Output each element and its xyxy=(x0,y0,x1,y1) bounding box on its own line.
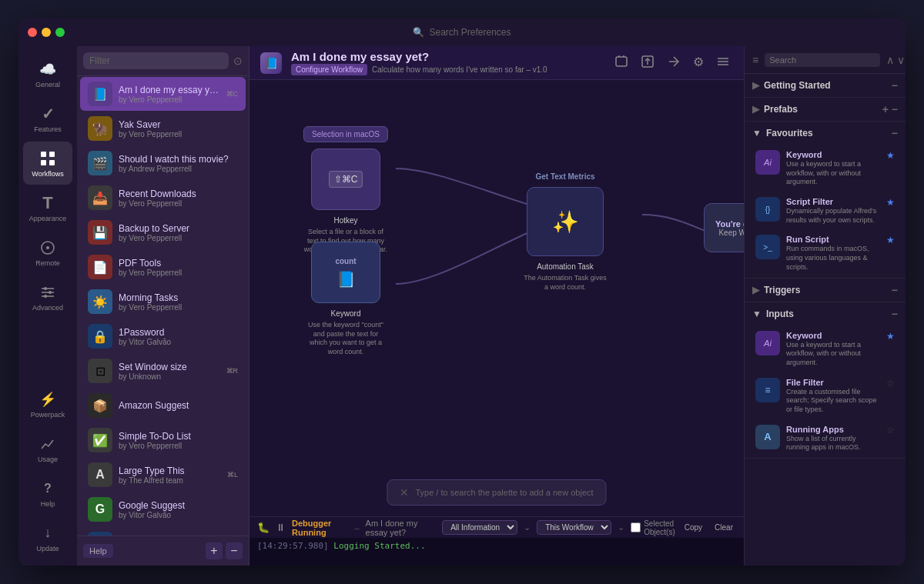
debug-filter-select[interactable]: All Information xyxy=(442,520,517,535)
maximize-button[interactable] xyxy=(55,28,65,37)
menu-icon[interactable] xyxy=(713,52,733,75)
collapse-prefabs-icon[interactable]: − xyxy=(892,103,898,115)
file-filter-info: File Filter Create a customised file sea… xyxy=(786,378,880,415)
file-filter-star[interactable]: ☆ xyxy=(886,378,895,389)
search-palette[interactable]: ✕ Type / to search the palette to add a … xyxy=(387,479,606,506)
panel-item-running-apps[interactable]: A Running Apps Show a list of currently … xyxy=(748,420,902,457)
export-icon[interactable] xyxy=(638,52,658,75)
panel-item-file-filter[interactable]: ≡ File Filter Create a customised file s… xyxy=(748,373,902,419)
expand-down-icon[interactable]: ∨ xyxy=(897,54,905,66)
workflow-item[interactable]: 🔒 1Password by Vitor Galvão xyxy=(80,319,246,353)
help-icon: ? xyxy=(38,479,57,498)
palette-close-icon[interactable]: ✕ xyxy=(400,486,409,499)
minimize-button[interactable] xyxy=(42,28,51,37)
sidebar-item-features[interactable]: ✓ Features xyxy=(23,97,72,140)
debug-copy-button[interactable]: Copy xyxy=(681,522,705,532)
workflow-item[interactable]: G Google Suggest by Vitor Galvão xyxy=(80,492,246,526)
running-apps-item-name: Running Apps xyxy=(786,425,880,434)
workflow-item-icon: 🎬 xyxy=(88,151,112,175)
workflow-item-author: by Vitor Galvão xyxy=(119,338,238,346)
workflow-item[interactable]: 💾 Backup to Server by Vero Pepperrell xyxy=(80,215,246,249)
keyword2-star[interactable]: ★ xyxy=(886,331,895,342)
debug-clear-button[interactable]: Clear xyxy=(711,522,736,532)
workflow-item-icon: G xyxy=(88,497,112,522)
sidebar-item-advanced[interactable]: Advanced xyxy=(23,275,72,319)
debug-actions: All Information ⌄ This Workflow ⌄ Select… xyxy=(442,519,736,536)
workflow-item[interactable]: 📄 PDF Tools by Vero Pepperrell xyxy=(80,250,246,284)
workflow-item[interactable]: ⊡ Set Window size by Unknown ⌘R xyxy=(80,354,246,388)
workflow-item[interactable]: A Large Type This by The Alfred team ⌘L xyxy=(80,458,246,492)
panel-item-script-filter[interactable]: {} Script Filter Dynamically populate Al… xyxy=(748,192,902,229)
debug-selected-objects-check[interactable]: Selected Object(s) xyxy=(631,519,675,536)
right-panel-controls: ∧ ∨ xyxy=(886,54,905,66)
favourites-header[interactable]: ▼ Favourites − xyxy=(745,122,906,145)
workflow-item-icon: 💾 xyxy=(88,220,112,245)
debug-icon[interactable] xyxy=(611,52,631,75)
getting-started-header[interactable]: ▶ Getting Started − xyxy=(745,74,906,97)
sidebar-item-usage[interactable]: Usage xyxy=(23,427,72,470)
triggers-chevron: ▶ xyxy=(752,285,759,295)
debug-scope-select[interactable]: This Workflow xyxy=(537,520,611,535)
panel-item-run-script[interactable]: >_ Run Script Run commands in macOS, usi… xyxy=(748,230,902,276)
inputs-header[interactable]: ▼ Inputs − xyxy=(745,302,906,325)
collapse-section-icon[interactable]: − xyxy=(892,79,898,92)
settings-icon[interactable]: ⚙ xyxy=(690,52,707,75)
workflow-filter-input[interactable] xyxy=(83,52,229,69)
collapse-favourites-icon[interactable]: − xyxy=(892,127,898,139)
automation-node-desc: The Automation Task gives a word count. xyxy=(523,274,608,292)
titlebar-search-placeholder[interactable]: Search Preferences xyxy=(429,27,511,38)
main-window: 🔍 Search Preferences ☁️ General ✓ Featur… xyxy=(18,18,906,566)
panel-item-keyword2[interactable]: Ai Keyword Use a keyword to start a work… xyxy=(748,326,902,372)
share-icon[interactable] xyxy=(664,52,684,75)
collapse-up-icon[interactable]: ∧ xyxy=(886,54,894,66)
prefabs-header[interactable]: ▶ Prefabs + − xyxy=(745,98,906,121)
collapse-inputs-icon[interactable]: − xyxy=(892,308,898,320)
run-script-star[interactable]: ★ xyxy=(886,235,895,245)
sidebar-item-update[interactable]: ↓ Update xyxy=(23,516,72,559)
sidebar-item-workflows[interactable]: Workflows xyxy=(23,142,72,185)
collapse-triggers-icon[interactable]: − xyxy=(892,284,898,296)
automation-task-node[interactable]: Get Text Metrics ✨ Automation Task The A… xyxy=(523,172,608,292)
filter-options-icon[interactable]: ⊙ xyxy=(233,55,243,67)
workflow-canvas[interactable]: Selection in macOS ⇧⌘C Hotkey Select a f… xyxy=(249,80,744,516)
hotkey-node[interactable]: Selection in macOS ⇧⌘C Hotkey Select a f… xyxy=(303,126,388,255)
keyword2-info: Keyword Use a keyword to start a workflo… xyxy=(786,331,880,368)
panel-item-keyword[interactable]: Ai Keyword Use a keyword to start a work… xyxy=(748,145,902,192)
panel-menu-icon[interactable]: ≡ xyxy=(752,54,758,66)
workflow-remove-button[interactable]: − xyxy=(226,542,243,559)
script-filter-icon: {} xyxy=(755,197,780,222)
sidebar-item-appearance[interactable]: T Appearance xyxy=(23,186,72,229)
workflow-item[interactable]: ✅ Simple To-Do List by Vero Pepperrell xyxy=(80,423,246,457)
sidebar-item-remote[interactable]: Remote xyxy=(23,231,72,274)
sidebar-item-help[interactable]: ? Help xyxy=(23,472,72,515)
sidebar-item-general[interactable]: ☁️ General xyxy=(23,52,72,95)
workflow-description: Calculate how many words I've written so… xyxy=(372,65,547,74)
debugger-pause-icon[interactable]: ⏸ xyxy=(276,522,286,533)
keyword-node-label: Keyword xyxy=(331,309,361,318)
selected-objects-checkbox[interactable] xyxy=(631,522,641,532)
triggers-header[interactable]: ▶ Triggers − xyxy=(745,279,906,302)
configure-workflow-button[interactable]: Configure Workflow xyxy=(291,64,367,75)
running-apps-item-desc: Show a list of currently running apps in… xyxy=(786,435,880,452)
keyword-star[interactable]: ★ xyxy=(886,150,895,161)
triggers-label: Triggers xyxy=(764,285,800,295)
done-output-node[interactable]: You're done! Keep Writing xyxy=(704,203,744,252)
workflow-item[interactable]: 📘 Am I done my essay yet? by Vero Pepper… xyxy=(80,77,246,111)
workflow-item[interactable]: 📦 Amazon Suggest xyxy=(80,389,246,422)
add-prefab-icon[interactable]: + xyxy=(882,103,889,115)
right-panel-search-input[interactable] xyxy=(765,53,880,67)
workflow-item[interactable]: 📥 Recent Downloads by Vero Pepperrell xyxy=(80,181,246,215)
file-filter-item-desc: Create a customised file search; Specify… xyxy=(786,388,880,415)
workflow-item[interactable]: 👤 Deep Contacts Search by Andrew Pepperr… xyxy=(80,527,246,536)
script-filter-star[interactable]: ★ xyxy=(886,197,895,208)
sidebar-item-powerpack[interactable]: ⚡ Powerpack xyxy=(23,382,72,425)
workflow-item-shortcut: ⌘C xyxy=(226,90,239,98)
workflow-help-button[interactable]: Help xyxy=(83,544,113,558)
close-button[interactable] xyxy=(28,28,37,37)
workflow-add-button[interactable]: + xyxy=(206,542,223,559)
running-apps-star[interactable]: ☆ xyxy=(886,425,895,435)
keyword-count-node[interactable]: count 📘 Keyword Use the keyword "count" … xyxy=(303,242,388,357)
workflow-item[interactable]: 🦬 Yak Saver by Vero Pepperrell xyxy=(80,112,246,145)
workflow-item[interactable]: ☀️ Morning Tasks by Vero Pepperrell xyxy=(80,285,246,319)
workflow-item[interactable]: 🎬 Should I watch this movie? by Andrew P… xyxy=(80,146,246,180)
